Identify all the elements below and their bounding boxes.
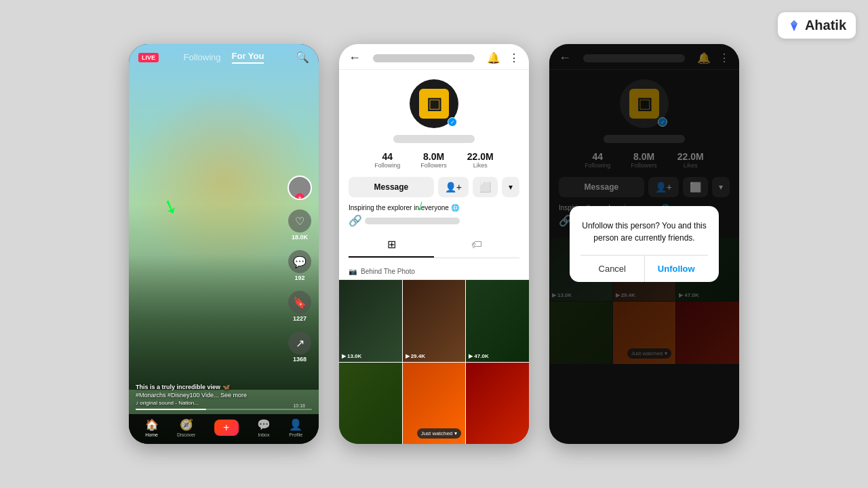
nav-for-you[interactable]: For You	[232, 51, 264, 64]
grid-item-5[interactable]: Just watched ▾	[403, 363, 466, 445]
grid-thumbnail-2	[403, 280, 466, 362]
comment-button[interactable]: 💬	[288, 250, 311, 273]
screen1-tiktok: LIVE Following For You 🔍 ➘ ♡ 18.0K 💬 192…	[129, 44, 319, 444]
dropdown-button[interactable]: ▾	[502, 177, 519, 197]
share-count: 1368	[293, 356, 307, 363]
profile-icon: 👤	[289, 418, 302, 431]
discover-label: Discover	[177, 432, 195, 437]
play-icon-3: ▶	[469, 353, 473, 359]
tiktok-header: LIVE Following For You 🔍	[129, 44, 319, 70]
grid-item-1[interactable]: ▶ 13.0K	[339, 280, 402, 362]
header-icons: 🔔 ⋮	[487, 52, 519, 64]
instagram-share-button[interactable]: ⬜	[473, 177, 498, 197]
search-icon[interactable]: 🔍	[296, 51, 309, 64]
sound: ♪ original sound - Nation...	[136, 400, 312, 406]
nav-discover[interactable]: 🧭 Discover	[177, 418, 195, 437]
following-stat: 44 Following	[374, 151, 400, 169]
ahatik-name: Ahatik	[805, 18, 846, 33]
ig-header: ← 🔔 ⋮	[339, 44, 529, 70]
nav-following[interactable]: Following	[184, 52, 221, 62]
like-group: ♡ 18.0K	[288, 209, 311, 241]
dialog-action-buttons: Cancel Unfollow	[580, 255, 708, 282]
screen3-instagram-dark: ← 🔔 ⋮ ▣ ✓ 44 Following 8.0M	[549, 44, 739, 444]
screen2-instagram-light: ← 🔔 ⋮ ▣ ✓ 44 Following 8.0M	[339, 44, 529, 444]
play-icon-1: ▶	[342, 353, 346, 359]
grid-item-3[interactable]: ▶ 47.0K	[466, 280, 529, 362]
likes-count: 22.0M	[467, 151, 494, 162]
unfollow-dialog-overlay: Unfollow this person? You and this perso…	[549, 44, 739, 444]
chevron-down-icon: ▾	[454, 430, 457, 436]
home-label: Home	[145, 432, 158, 437]
camera-icon: 📷	[349, 268, 357, 275]
nav-home[interactable]: 🏠 Home	[145, 418, 159, 437]
likes-label: Likes	[473, 162, 488, 169]
notification-icon[interactable]: 🔔	[487, 52, 500, 64]
ahatik-diamond-icon	[787, 19, 801, 33]
profile-label: Profile	[289, 432, 302, 437]
live-badge: LIVE	[138, 53, 159, 62]
view-count-2: ▶ 29.4K	[406, 353, 425, 359]
just-watched-badge[interactable]: Just watched ▾	[417, 428, 462, 439]
ahatik-logo: Ahatik	[778, 12, 856, 39]
profile-tabs: ⊞ 🏷	[349, 232, 519, 258]
share-group: ↗ 1368	[288, 331, 311, 363]
hashtags: #Monarchs #Disney100 Vide... See more	[136, 392, 312, 399]
video-progress[interactable]: 10:18	[136, 409, 312, 410]
dialog-cancel-button[interactable]: Cancel	[580, 256, 645, 282]
view-count-3: ▶ 47.0K	[469, 353, 488, 359]
following-label: Following	[374, 162, 400, 169]
progress-fill	[136, 409, 206, 410]
play-icon-2: ▶	[406, 353, 410, 359]
link-icon: 🔗	[349, 214, 362, 227]
followers-count: 8.0M	[423, 151, 444, 162]
nav-inbox[interactable]: 💬 Inbox	[257, 418, 271, 437]
inbox-label: Inbox	[258, 432, 269, 437]
like-button[interactable]: ♡	[288, 209, 311, 232]
following-count: 44	[382, 151, 393, 162]
home-icon: 🏠	[145, 418, 159, 431]
back-button[interactable]: ←	[349, 51, 361, 65]
comment-count: 192	[294, 274, 304, 281]
creator-avatar[interactable]	[288, 176, 312, 200]
like-count: 18.0K	[292, 234, 308, 241]
profile-stats: 44 Following 8.0M Followers 22.0M Likes	[349, 151, 519, 169]
create-button[interactable]: +	[214, 420, 239, 436]
tiktok-bottom: This is a truly incredible view 🦋 #Monar…	[129, 384, 319, 444]
bottom-nav: 🏠 Home 🧭 Discover + 💬 Inbox 👤 Profile	[129, 414, 319, 444]
more-icon[interactable]: ⋮	[509, 52, 519, 64]
dialog-message: Unfollow this person? You and this perso…	[580, 220, 708, 244]
inbox-icon: 💬	[257, 418, 271, 431]
nav-profile[interactable]: 👤 Profile	[289, 418, 302, 437]
grid-item-6[interactable]	[466, 363, 529, 445]
share-button[interactable]: ↗	[288, 331, 311, 354]
add-friend-button[interactable]: 👤+	[438, 177, 469, 197]
grid-thumbnail-3	[466, 280, 529, 362]
profile-section: ▣ ✓ 44 Following 8.0M Followers 22.0M Li…	[339, 70, 529, 264]
avatar-logo: ▣	[419, 89, 449, 119]
grid-tab[interactable]: ⊞	[349, 232, 434, 258]
tagged-tab[interactable]: 🏷	[434, 232, 519, 258]
message-button[interactable]: Message	[349, 177, 434, 197]
view-count-1: ▶ 13.0K	[342, 353, 361, 359]
pinned-label: 📷 Behind The Photo	[339, 264, 529, 280]
grid-item-4[interactable]	[339, 363, 402, 445]
profile-link: 🔗	[349, 214, 519, 227]
tiktok-nav: Following For You	[184, 51, 264, 64]
bookmark-count: 1227	[293, 315, 307, 322]
grid-thumbnail-1	[339, 280, 402, 362]
followers-stat: 8.0M Followers	[420, 151, 447, 169]
link-blurred	[365, 218, 460, 224]
grid-item-2[interactable]: ▶ 29.4K	[403, 280, 466, 362]
profile-name-blurred	[393, 135, 475, 143]
video-time: 10:18	[293, 403, 305, 408]
grid-thumbnail-6	[466, 363, 529, 445]
media-grid: ▶ 13.0K ▶ 29.4K ▶ 47.0K	[339, 280, 529, 444]
username-blurred	[373, 54, 475, 62]
dialog-unfollow-button[interactable]: Unfollow	[645, 256, 709, 282]
bookmark-button[interactable]: 🔖	[288, 291, 311, 314]
caption: This is a truly incredible view 🦋	[136, 384, 312, 390]
bookmark-group: 🔖 1227	[288, 291, 311, 322]
nav-create[interactable]: +	[214, 420, 239, 436]
verified-badge: ✓	[448, 117, 457, 127]
profile-avatar: ▣ ✓	[410, 79, 458, 128]
